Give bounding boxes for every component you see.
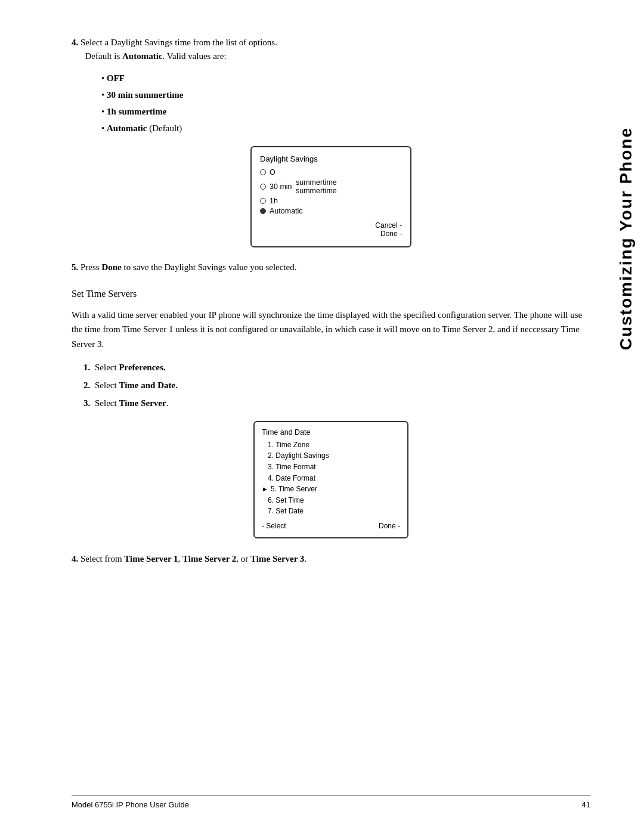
radio-30min-extra: summertime [296, 178, 337, 187]
footer-right: 41 [582, 800, 590, 809]
arrow-marker-icon: ► [262, 484, 268, 494]
time-date-screen: Time and Date 1. Time Zone 2. Daylight S… [253, 421, 408, 538]
numbered-step-2: 2. Select Time and Date. [83, 378, 590, 392]
step4-item: 4. Select a Daylight Savings time from t… [72, 36, 590, 63]
step4-valid: . Valid values are: [162, 51, 226, 61]
daylight-screen-footer: Cancel - Done - [260, 221, 402, 238]
menu-set-date: 7. Set Date [262, 506, 400, 517]
daylight-screen-title: Daylight Savings [260, 154, 402, 163]
radio-option-1h: 1h [260, 197, 402, 205]
footer-left: Model 6755i IP Phone User Guide [72, 800, 189, 809]
radio-1h-circle [260, 198, 266, 204]
step5-bold: Done [101, 262, 121, 272]
page-footer: Model 6755i IP Phone User Guide 41 [72, 795, 590, 809]
bullet-30min: 30 min summertime [101, 88, 590, 102]
daylight-cancel: Cancel - [260, 221, 402, 230]
step4-number: 4. [72, 38, 78, 47]
page-container: 4. Select a Daylight Savings time from t… [0, 0, 644, 833]
bullet-automatic: Automatic (Default) [101, 121, 590, 135]
time-date-select: - Select [262, 522, 286, 530]
radio-option-30min: 30 min summertime summertime [260, 178, 402, 195]
menu-daylight-savings: 2. Daylight Savings [262, 450, 400, 462]
numbered-step-3: 3. Select Time Server. [83, 396, 590, 410]
radio-automatic-label: Automatic [270, 207, 303, 215]
step5-number: 5. [72, 262, 78, 272]
menu-time-zone: 1. Time Zone [262, 439, 400, 451]
menu-time-server: ► 5. Time Server [262, 484, 400, 495]
radio-off-label: O [270, 168, 275, 176]
radio-1h-label: 1h [270, 197, 278, 205]
step5-post: to save the Daylight Savings value you s… [122, 262, 297, 272]
daylight-done: Done - [260, 230, 402, 238]
radio-option-automatic: Automatic [260, 207, 402, 215]
sidebar-label: Customizing Your Phone [608, 119, 644, 358]
numbered-steps-list: 1. Select Preferences. 2. Select Time an… [83, 360, 590, 410]
numbered-step-1: 1. Select Preferences. [83, 360, 590, 374]
radio-off-circle [260, 169, 266, 175]
bullet-off: OFF [101, 71, 590, 85]
menu-date-format: 4. Date Format [262, 473, 400, 484]
section-heading: Set Time Servers [72, 289, 590, 299]
radio-1h-extra: summertime [296, 187, 337, 195]
radio-automatic-circle [260, 208, 266, 214]
step5-item: 5. Press Done to save the Daylight Savin… [72, 261, 590, 274]
time-date-title: Time and Date [262, 428, 400, 436]
radio-30min-label: 30 min [270, 182, 295, 191]
time-date-footer: - Select Done - [262, 522, 400, 530]
step4-default-bold: Automatic [122, 51, 163, 61]
step4b-text: 4. Select from Time Server 1, Time Serve… [72, 552, 590, 566]
bullet-1h: 1h summertime [101, 104, 590, 119]
step4-intro: Select a Daylight Savings time from the … [80, 38, 277, 47]
daylight-savings-screen: Daylight Savings O 30 min summertime sum… [250, 146, 411, 247]
radio-option-off: O [260, 168, 402, 176]
bullet-list: OFF 30 min summertime 1h summertime Auto… [101, 71, 590, 135]
step5-pre: Press [80, 262, 101, 272]
radio-30min-circle [260, 184, 266, 190]
time-date-done: Done - [379, 522, 400, 530]
menu-set-time: 6. Set Time [262, 495, 400, 506]
menu-time-format: 3. Time Format [262, 462, 400, 473]
body-paragraph: With a valid time server enabled your IP… [72, 308, 590, 352]
sidebar-text: Customizing Your Phone [617, 127, 636, 350]
step4-default-pre: Default is [85, 51, 122, 61]
